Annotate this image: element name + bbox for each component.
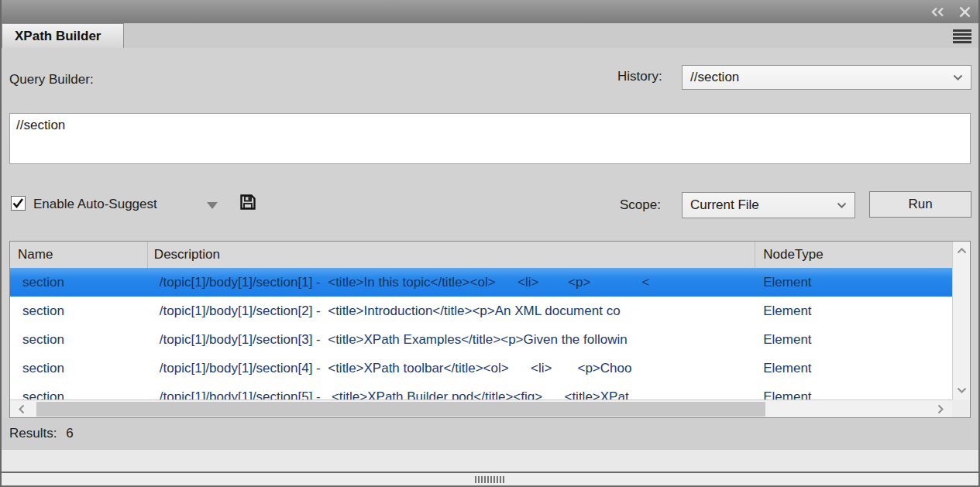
auto-suggest-checkbox[interactable] <box>11 196 26 211</box>
menu-icon <box>953 29 971 43</box>
results-table: Name Description NodeType section /topic… <box>9 241 971 418</box>
column-header-name[interactable]: Name <box>10 242 148 268</box>
chevron-down-icon <box>957 387 967 393</box>
scroll-left-button[interactable] <box>13 400 30 417</box>
table-row[interactable]: section /topic[1]/body[1]/section[5] - <… <box>10 382 952 400</box>
scroll-right-button[interactable] <box>932 400 949 417</box>
cell-nodetype: Element <box>755 382 952 400</box>
history-dropdown[interactable]: //section <box>682 65 971 90</box>
chevron-down-icon <box>953 74 963 81</box>
horizontal-scrollbar[interactable] <box>10 400 952 417</box>
chevron-right-icon <box>937 404 944 414</box>
scrollbar-corner <box>952 400 970 417</box>
cell-name: section <box>10 354 148 382</box>
cell-name: section <box>10 297 148 325</box>
save-query-button[interactable] <box>239 193 257 211</box>
results-count: 6 <box>66 426 73 441</box>
tab-xpath-builder[interactable]: XPath Builder <box>2 23 124 48</box>
close-icon <box>959 6 971 18</box>
cell-description: /topic[1]/body[1]/section[1] - <title>In… <box>148 268 755 297</box>
table-body: section /topic[1]/body[1]/section[1] - <… <box>10 268 952 400</box>
resize-strip <box>2 473 978 485</box>
scope-label: Scope: <box>620 197 661 213</box>
column-header-description[interactable]: Description <box>148 242 755 268</box>
collapse-button[interactable] <box>929 4 947 19</box>
cell-description: /topic[1]/body[1]/section[2] - <title>In… <box>148 297 755 325</box>
auto-suggest-label: Enable Auto-Suggest <box>33 197 157 212</box>
tabstrip: XPath Builder <box>2 23 978 48</box>
chevron-left-icon <box>19 404 25 414</box>
auto-suggest-more-button[interactable] <box>205 200 219 211</box>
status-bar: Results: 6 <box>2 418 978 450</box>
xpath-builder-panel: { "tab": { "title": "XPath Builder" }, "… <box>0 0 980 487</box>
table-row[interactable]: section /topic[1]/body[1]/section[3] - <… <box>10 325 952 354</box>
history-label: History: <box>617 69 662 84</box>
cell-nodetype: Element <box>755 325 952 354</box>
double-chevron-left-icon <box>930 7 946 17</box>
scroll-up-button[interactable] <box>953 246 970 256</box>
table-row[interactable]: section /topic[1]/body[1]/section[2] - <… <box>10 297 952 325</box>
history-selected-value: //section <box>690 70 953 85</box>
triangle-down-icon <box>207 202 218 209</box>
scroll-down-button[interactable] <box>953 386 970 395</box>
table-row[interactable]: section /topic[1]/body[1]/section[4] - <… <box>10 354 952 382</box>
cell-description: /topic[1]/body[1]/section[4] - <title>XP… <box>148 354 755 382</box>
chevron-down-icon <box>837 202 847 208</box>
cell-nodetype: Element <box>755 297 952 325</box>
column-header-nodetype[interactable]: NodeType <box>755 242 952 268</box>
horizontal-scroll-thumb[interactable] <box>36 402 765 417</box>
scope-selected-value: Current File <box>690 197 837 213</box>
results-label: Results: <box>9 426 57 441</box>
cell-name: section <box>10 382 148 400</box>
resize-grip[interactable] <box>475 476 506 483</box>
cell-nodetype: Element <box>755 268 952 297</box>
query-input[interactable]: //section <box>9 113 971 164</box>
cell-nodetype: Element <box>755 354 952 382</box>
vertical-scrollbar[interactable] <box>952 242 970 400</box>
cell-name: section <box>10 325 148 354</box>
checkmark-icon <box>12 198 24 208</box>
cell-description: /topic[1]/body[1]/section[5] - <title>XP… <box>148 382 755 400</box>
chevron-up-icon <box>957 248 967 254</box>
titlebar <box>2 0 978 24</box>
close-button[interactable] <box>955 4 974 19</box>
cell-name: section <box>10 268 148 297</box>
tab-label: XPath Builder <box>15 29 101 44</box>
query-builder-label: Query Builder: <box>9 72 94 87</box>
table-row[interactable]: section /topic[1]/body[1]/section[1] - <… <box>10 268 952 297</box>
bottom-strip <box>2 450 978 472</box>
table-header-row: Name Description NodeType <box>10 242 952 268</box>
cell-description: /topic[1]/body[1]/section[3] - <title>XP… <box>148 325 755 354</box>
scope-dropdown[interactable]: Current File <box>682 192 855 218</box>
panel-menu-button[interactable] <box>952 29 972 43</box>
run-button[interactable]: Run <box>869 191 971 218</box>
save-icon <box>239 194 256 211</box>
